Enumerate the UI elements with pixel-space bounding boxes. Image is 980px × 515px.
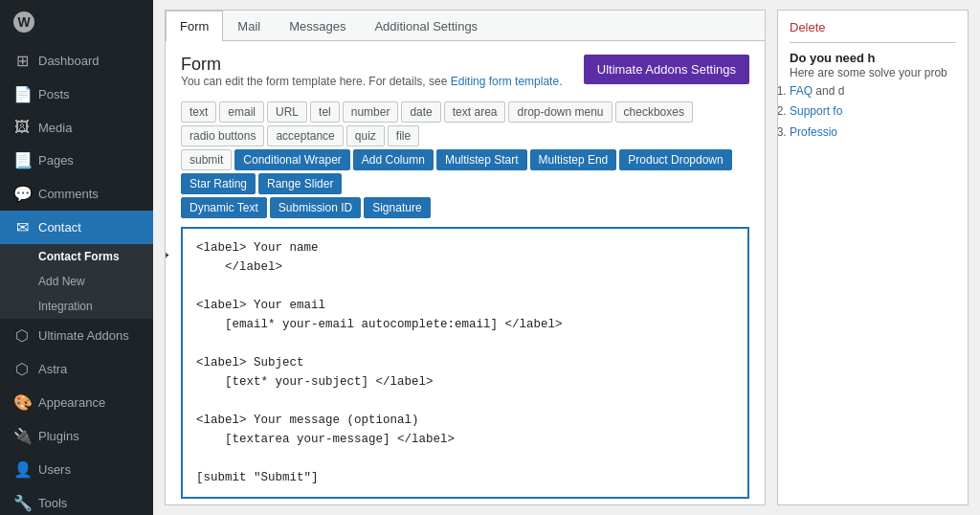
tag-checkboxes[interactable]: checkboxes: [615, 101, 693, 123]
users-icon: 👤: [13, 460, 31, 479]
sidebar-item-pages[interactable]: 📃 Pages: [0, 144, 153, 177]
ultimate-addons-icon: ⬡: [13, 326, 31, 345]
help-list: FAQ and d Support fo Professio: [790, 81, 956, 144]
sidebar-item-media[interactable]: 🖼 Media: [0, 111, 153, 144]
tag-number[interactable]: number: [343, 101, 399, 123]
sidebar-item-contact[interactable]: ✉ Contact: [0, 211, 153, 244]
tag-radio[interactable]: radio buttons: [181, 125, 264, 146]
tag-quiz[interactable]: quiz: [346, 125, 385, 146]
tabs-bar: Form Mail Messages Additional Settings: [166, 11, 765, 41]
content-wrap: Form Mail Messages Additional Settings F…: [153, 0, 980, 515]
wp-icon: W: [13, 11, 34, 33]
form-panel: Form Mail Messages Additional Settings F…: [165, 10, 766, 505]
sidebar-item-label: Tools: [38, 496, 67, 510]
professional-link[interactable]: Professio: [790, 125, 837, 139]
sidebar-item-label: Dashboard: [38, 54, 100, 68]
tag-submission-id[interactable]: Submission ID: [270, 197, 361, 218]
need-help-section: Do you need h Here are some solve your p…: [790, 51, 956, 144]
tag-multistep-start[interactable]: Multistep Start: [436, 149, 527, 170]
sidebar-item-appearance[interactable]: 🎨 Appearance: [0, 386, 153, 419]
tag-range-slider[interactable]: Range Slider: [258, 173, 342, 194]
tag-row-1: text email URL tel number date text area…: [181, 101, 749, 146]
sidebar-item-label: Pages: [38, 153, 74, 168]
pages-icon: 📃: [13, 151, 31, 169]
tag-date[interactable]: date: [401, 101, 440, 123]
sidebar-item-ultimate-addons[interactable]: ⬡ Ultimate Addons: [0, 319, 153, 352]
sidebar-item-posts[interactable]: 📄 Posts: [0, 78, 153, 111]
tag-signature[interactable]: Signature: [364, 197, 430, 218]
contact-icon: ✉: [13, 218, 31, 236]
sidebar-item-astra[interactable]: ⬡ Astra: [0, 352, 153, 386]
form-body: Form You can edit the form template here…: [166, 41, 765, 504]
tag-file[interactable]: file: [388, 125, 419, 146]
tag-dynamic-text[interactable]: Dynamic Text: [181, 197, 267, 218]
code-editor[interactable]: <label> Your name </label> <label> Your …: [181, 227, 749, 499]
sidebar-item-label: Ultimate Addons: [38, 328, 129, 343]
sidebar-item-dashboard[interactable]: ⊞ Dashboard: [0, 44, 153, 78]
sidebar-item-add-new[interactable]: Add New: [0, 269, 153, 294]
sidebar-item-plugins[interactable]: 🔌 Plugins: [0, 419, 153, 453]
sidebar: W ⊞ Dashboard 📄 Posts 🖼 Media 📃 Pages 💬 …: [0, 0, 153, 515]
tag-dropdown[interactable]: drop-down menu: [508, 101, 612, 123]
sidebar-item-tools[interactable]: 🔧 Tools: [0, 486, 153, 515]
comments-icon: 💬: [13, 185, 31, 203]
dashboard-icon: ⊞: [13, 52, 31, 70]
need-help-title: Do you need h: [790, 51, 956, 65]
form-title-area: Form You can edit the form template here…: [181, 55, 562, 96]
sidebar-item-label: Media: [38, 121, 72, 135]
tag-tel[interactable]: tel: [310, 101, 340, 123]
integration-label: Integration: [38, 300, 93, 313]
tab-form[interactable]: Form: [166, 11, 223, 41]
astra-icon: ⬡: [13, 360, 31, 378]
ultimate-addons-settings-button[interactable]: Ultimate Addons Settings: [584, 55, 749, 84]
tag-row-2: submit Conditional Wraper Add Column Mul…: [181, 149, 749, 194]
appearance-icon: 🎨: [13, 393, 31, 412]
tag-acceptance[interactable]: acceptance: [267, 125, 343, 146]
support-link[interactable]: Support fo: [790, 104, 842, 118]
tag-text[interactable]: text: [181, 101, 216, 123]
faq-link[interactable]: FAQ: [790, 84, 813, 98]
need-help-desc: Here are some solve your prob: [790, 65, 956, 81]
tab-mail[interactable]: Mail: [223, 11, 275, 41]
plugins-icon: 🔌: [13, 427, 31, 445]
sidebar-item-integration[interactable]: Integration: [0, 294, 153, 319]
sidebar-item-label: Comments: [38, 187, 99, 201]
editing-form-template-link[interactable]: Editing form template: [451, 75, 559, 88]
tag-add-column[interactable]: Add Column: [353, 149, 434, 170]
sidebar-item-label: Posts: [38, 87, 70, 101]
form-title: Form: [181, 55, 562, 75]
media-icon: 🖼: [13, 119, 31, 136]
posts-icon: 📄: [13, 85, 31, 103]
tag-product-dropdown[interactable]: Product Dropdown: [619, 149, 731, 170]
sidebar-item-label: Appearance: [38, 395, 105, 410]
tools-icon: 🔧: [13, 494, 31, 512]
add-new-label: Add New: [38, 275, 85, 288]
tag-url[interactable]: URL: [267, 101, 307, 123]
tag-submit[interactable]: submit: [181, 149, 232, 170]
tag-rows-container: text email URL tel number date text area…: [181, 101, 749, 221]
sidebar-item-comments[interactable]: 💬 Comments: [0, 177, 153, 211]
sidebar-item-label: Users: [38, 462, 71, 477]
wp-logo: W: [0, 0, 153, 44]
right-panel: Delete Do you need h Here are some solve…: [777, 10, 969, 505]
form-subtitle: You can edit the form template here. For…: [181, 75, 562, 88]
tag-conditional-wrapper[interactable]: Conditional Wraper: [234, 149, 350, 170]
tag-star-rating[interactable]: Star Rating: [181, 173, 256, 194]
sidebar-item-users[interactable]: 👤 Users: [0, 453, 153, 486]
tag-multistep-end[interactable]: Multistep End: [530, 149, 617, 170]
form-header: Form You can edit the form template here…: [181, 55, 749, 96]
tag-email[interactable]: email: [219, 101, 264, 123]
sidebar-item-label: Contact: [38, 220, 81, 235]
main-content: Form Mail Messages Additional Settings F…: [153, 0, 980, 515]
tag-row-3: Dynamic Text Submission ID Signature: [181, 197, 749, 218]
tag-textarea[interactable]: text area: [444, 101, 506, 123]
contact-submenu: Contact Forms Add New Integration: [0, 244, 153, 319]
contact-forms-label: Contact Forms: [38, 250, 120, 263]
delete-link[interactable]: Delete: [790, 20, 956, 43]
tab-messages[interactable]: Messages: [275, 11, 360, 41]
sidebar-item-label: Plugins: [38, 429, 79, 443]
sidebar-item-contact-forms[interactable]: Contact Forms: [0, 244, 153, 269]
sidebar-item-label: Astra: [38, 362, 67, 376]
tab-additional-settings[interactable]: Additional Settings: [360, 11, 492, 41]
